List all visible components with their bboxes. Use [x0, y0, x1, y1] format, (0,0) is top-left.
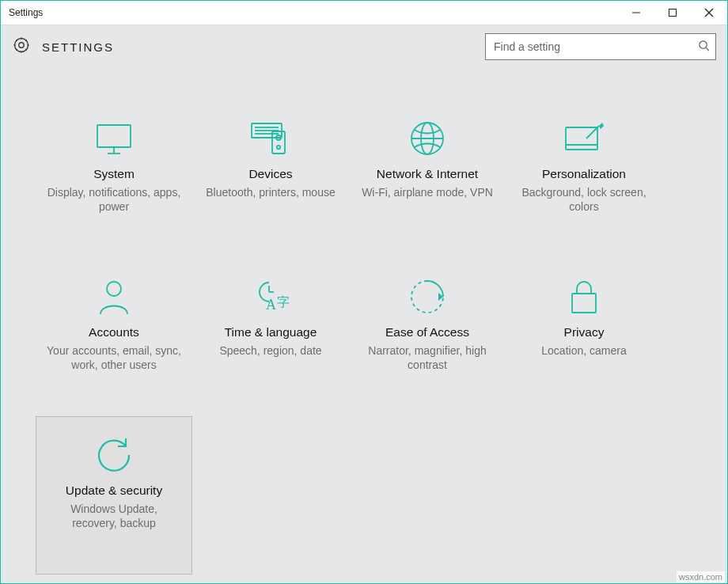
tile-subtitle: Speech, region, date: [219, 343, 321, 358]
search-icon[interactable]: [692, 40, 715, 55]
svg-text:字: 字: [277, 295, 290, 309]
tile-title: Devices: [248, 167, 292, 182]
svg-text:A: A: [266, 297, 276, 313]
header: SETTINGS: [1, 25, 727, 68]
tile-personalization[interactable]: Personalization Background, lock screen,…: [506, 100, 662, 258]
svg-point-6: [699, 40, 706, 47]
svg-point-4: [19, 43, 24, 47]
time-language-icon: A 字: [250, 275, 291, 319]
tile-time-language[interactable]: A 字 Time & language Speech, region, date: [192, 258, 349, 416]
tile-subtitle: Background, lock screen, colors: [517, 185, 651, 215]
tile-title: Ease of Access: [385, 325, 469, 340]
titlebar: Settings: [1, 1, 727, 25]
tile-title: System: [93, 167, 135, 182]
gear-icon: [12, 36, 31, 58]
network-icon: [408, 116, 447, 161]
search-box[interactable]: [485, 33, 716, 60]
minimize-button[interactable]: [618, 1, 654, 25]
content-area: System Display, notifications, apps, pow…: [1, 68, 727, 583]
tile-subtitle: Wi-Fi, airplane mode, VPN: [362, 185, 493, 200]
svg-rect-29: [572, 294, 596, 313]
tile-subtitle: Windows Update, recovery, backup: [47, 502, 181, 532]
tile-title: Update & security: [66, 484, 162, 499]
tile-subtitle: Your accounts, email, sync, work, other …: [47, 343, 181, 374]
search-input[interactable]: [486, 40, 692, 53]
ease-of-access-icon: [408, 275, 447, 319]
accounts-icon: [96, 275, 132, 319]
tile-ease-of-access[interactable]: Ease of Access Narrator, magnifier, high…: [349, 258, 506, 416]
tile-network[interactable]: Network & Internet Wi-Fi, airplane mode,…: [349, 100, 506, 258]
tile-subtitle: Display, notifications, apps, power: [47, 185, 181, 215]
devices-icon: [248, 116, 293, 161]
tile-update-security[interactable]: Update & security Windows Update, recove…: [36, 416, 192, 575]
watermark: wsxdn.com: [677, 571, 725, 582]
tile-title: Privacy: [564, 325, 605, 340]
maximize-button[interactable]: [654, 1, 691, 25]
tile-devices[interactable]: Devices Bluetooth, printers, mouse: [192, 100, 349, 258]
tile-privacy[interactable]: Privacy Location, camera: [506, 258, 662, 416]
tile-accounts[interactable]: Accounts Your accounts, email, sync, wor…: [36, 258, 192, 416]
svg-point-5: [15, 39, 28, 52]
tile-title: Network & Internet: [377, 167, 478, 182]
page-title: SETTINGS: [42, 40, 114, 54]
close-button[interactable]: [691, 1, 727, 25]
tile-subtitle: Narrator, magnifier, high contrast: [360, 343, 495, 374]
svg-rect-8: [97, 125, 131, 147]
svg-point-23: [107, 282, 121, 296]
svg-rect-1: [669, 9, 677, 17]
tile-subtitle: Bluetooth, printers, mouse: [206, 185, 335, 200]
personalization-icon: [563, 116, 605, 161]
system-icon: [93, 116, 135, 161]
tile-subtitle: Location, camera: [541, 343, 626, 358]
settings-grid: System Display, notifications, apps, pow…: [36, 100, 696, 575]
svg-point-17: [277, 146, 280, 149]
tile-title: Personalization: [542, 167, 626, 182]
window-title: Settings: [1, 7, 43, 18]
tile-system[interactable]: System Display, notifications, apps, pow…: [36, 100, 192, 258]
tile-title: Accounts: [89, 325, 139, 340]
update-security-icon: [94, 433, 134, 477]
privacy-icon: [567, 275, 601, 319]
tile-title: Time & language: [225, 325, 317, 340]
svg-line-7: [706, 47, 709, 51]
svg-rect-21: [566, 127, 597, 150]
